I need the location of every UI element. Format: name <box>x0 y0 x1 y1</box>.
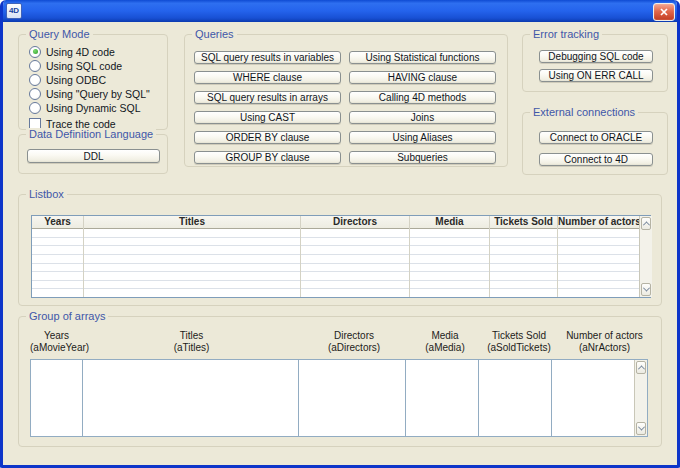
close-button[interactable] <box>653 3 675 21</box>
listbox-row-cell <box>410 246 489 255</box>
listbox-row-cell <box>410 264 489 273</box>
arrays-header-name: Years <box>30 330 83 342</box>
scroll-down-button[interactable] <box>636 422 646 435</box>
listbox-header-media[interactable]: Media <box>410 216 489 229</box>
scroll-up-button[interactable] <box>636 361 646 374</box>
listbox-table: Years Titles Directors Media Tickets Sol… <box>31 215 651 298</box>
array-list-years[interactable] <box>30 359 83 437</box>
scroll-down-button[interactable] <box>641 283 651 296</box>
array-list-number-of-actors[interactable] <box>551 359 648 437</box>
listbox-body[interactable] <box>490 229 557 297</box>
btn-where-clause[interactable]: WHERE clause <box>194 71 341 84</box>
radio-using-odbc[interactable]: Using ODBC <box>29 73 106 86</box>
radio-icon <box>29 74 41 86</box>
btn-using-statistical-functions[interactable]: Using Statistical functions <box>349 51 496 64</box>
listbox-row-cell <box>410 289 489 297</box>
listbox-header-years[interactable]: Years <box>32 216 83 229</box>
btn-ddl[interactable]: DDL <box>27 149 160 163</box>
chevron-down-icon <box>637 424 644 431</box>
radio-label: Using "Query by SQL" <box>46 88 150 100</box>
radio-using-4d-code[interactable]: Using 4D code <box>29 45 115 58</box>
arrays-header-var: (aNrActors) <box>556 342 653 354</box>
arrays-header-var: (aMovieYear) <box>30 342 83 354</box>
scroll-up-button[interactable] <box>641 217 651 230</box>
radio-label: Using 4D code <box>46 46 115 58</box>
array-list-tickets-sold[interactable] <box>478 359 552 437</box>
app-window: 4D Query Mode Using 4D code Using SQL co… <box>0 0 680 468</box>
btn-sql-query-results-in-arrays[interactable]: SQL query results in arrays <box>194 91 341 104</box>
btn-calling-4d-methods[interactable]: Calling 4D methods <box>349 91 496 104</box>
listbox-row-cell <box>410 272 489 281</box>
listbox-row-cell <box>32 246 83 255</box>
group-data-definition-language: Data Definition Language DDL <box>18 134 168 174</box>
radio-icon <box>29 88 41 100</box>
listbox-row-cell <box>301 255 409 264</box>
listbox-column-years: Years <box>32 216 84 297</box>
listbox-header-tickets-sold[interactable]: Tickets Sold <box>490 216 557 229</box>
array-list-directors[interactable] <box>298 359 406 437</box>
btn-sql-query-results-in-variables[interactable]: SQL query results in variables <box>194 51 341 64</box>
listbox-body[interactable] <box>32 229 83 297</box>
listbox-row-cell <box>301 272 409 281</box>
arrays-header-var: (aDirectors) <box>300 342 408 354</box>
listbox-row-cell <box>558 229 639 238</box>
btn-group-by-clause[interactable]: GROUP BY clause <box>194 151 341 164</box>
btn-using-cast[interactable]: Using CAST <box>194 111 341 124</box>
arrays-listboxes <box>30 359 648 437</box>
listbox-scrollbar[interactable] <box>639 216 652 297</box>
btn-debugging-sql-code[interactable]: Debugging SQL code <box>539 50 653 63</box>
btn-having-clause[interactable]: HAVING clause <box>349 71 496 84</box>
listbox-header-titles[interactable]: Titles <box>84 216 300 229</box>
btn-using-on-err-call[interactable]: Using ON ERR CALL <box>539 69 653 82</box>
arrays-headers: Years (aMovieYear) Titles (aTitles) Dire… <box>30 330 653 354</box>
btn-joins[interactable]: Joins <box>349 111 496 124</box>
title-bar[interactable]: 4D <box>0 0 680 22</box>
group-query-mode: Query Mode Using 4D code Using SQL code … <box>18 34 168 130</box>
listbox-header-directors[interactable]: Directors <box>301 216 409 229</box>
listbox-header-number-of-actors[interactable]: Number of actors <box>558 216 639 229</box>
listbox-row-cell <box>32 272 83 281</box>
listbox-row-cell <box>32 264 83 273</box>
array-list-titles[interactable] <box>82 359 299 437</box>
listbox-row-cell <box>558 272 639 281</box>
listbox-column-media: Media <box>410 216 490 297</box>
radio-using-sql-code[interactable]: Using SQL code <box>29 59 122 72</box>
array-scrollbar[interactable] <box>634 360 647 436</box>
group-ddl-title: Data Definition Language <box>26 128 156 141</box>
listbox-row-cell <box>301 289 409 297</box>
listbox-column-directors: Directors <box>301 216 410 297</box>
radio-using-query-by-sql[interactable]: Using "Query by SQL" <box>29 87 150 100</box>
listbox-row-cell <box>490 264 557 273</box>
listbox-row-cell <box>410 281 489 290</box>
listbox-column-tickets-sold: Tickets Sold <box>490 216 558 297</box>
listbox-body[interactable] <box>558 229 639 297</box>
array-list-media[interactable] <box>405 359 479 437</box>
radio-label: Using SQL code <box>46 60 122 72</box>
listbox-row-cell <box>301 281 409 290</box>
btn-subqueries[interactable]: Subqueries <box>349 151 496 164</box>
listbox-body[interactable] <box>84 229 300 297</box>
arrays-header-name: Number of actors <box>556 330 653 342</box>
group-listbox-title: Listbox <box>26 188 67 201</box>
btn-connect-to-oracle[interactable]: Connect to ORACLE <box>539 131 653 144</box>
listbox-row-cell <box>84 238 300 247</box>
arrays-header-media: Media (aMedia) <box>408 330 482 354</box>
listbox-body[interactable] <box>301 229 409 297</box>
listbox-row-cell <box>301 264 409 273</box>
arrays-header-titles: Titles (aTitles) <box>83 330 300 354</box>
listbox-row-cell <box>84 264 300 273</box>
listbox-body[interactable] <box>410 229 489 297</box>
arrays-header-var: (aMedia) <box>408 342 482 354</box>
btn-using-aliases[interactable]: Using Aliases <box>349 131 496 144</box>
listbox-row-cell <box>32 229 83 238</box>
btn-order-by-clause[interactable]: ORDER BY clause <box>194 131 341 144</box>
radio-using-dynamic-sql[interactable]: Using Dynamic SQL <box>29 101 141 114</box>
listbox-column-titles: Titles <box>84 216 301 297</box>
listbox-row-cell <box>558 238 639 247</box>
group-error-tracking: Error tracking Debugging SQL code Using … <box>522 34 668 92</box>
chevron-up-icon <box>637 365 644 372</box>
arrays-header-name: Tickets Sold <box>482 330 556 342</box>
listbox-row-cell <box>558 246 639 255</box>
app-icon[interactable]: 4D <box>6 3 22 19</box>
btn-connect-to-4d[interactable]: Connect to 4D <box>539 153 653 166</box>
